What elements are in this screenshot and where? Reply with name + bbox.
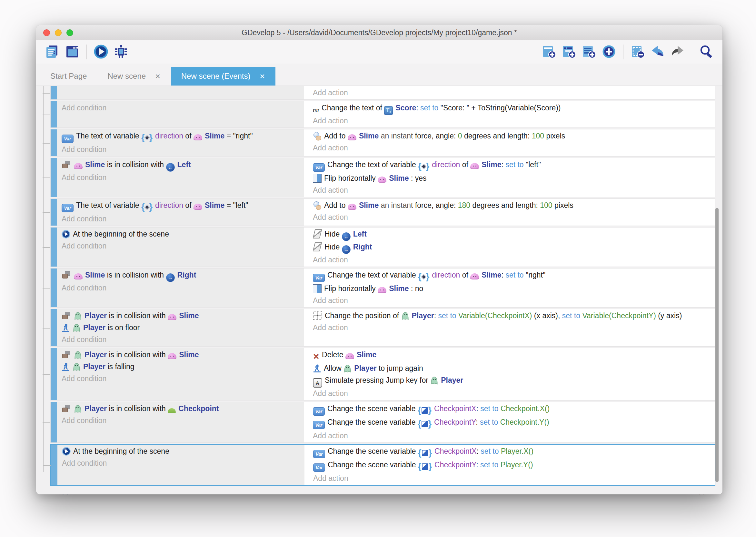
event-row[interactable]: Add conditionChange the text of TxScore:… <box>50 101 715 128</box>
actions-cell[interactable]: Add action <box>309 86 715 100</box>
condition-line[interactable]: Player is in collision with Slime <box>61 349 302 361</box>
condition-line[interactable]: At the beginning of the scene <box>62 445 302 457</box>
add-condition-button[interactable]: Add condition <box>61 172 302 184</box>
conditions-cell[interactable] <box>57 86 304 100</box>
conditions-cell[interactable]: At the beginning of the sceneAdd conditi… <box>57 227 304 267</box>
conditions-cell[interactable]: The text of variable direction of Slime … <box>57 129 304 156</box>
add-action-button[interactable]: Add action <box>313 295 710 307</box>
add-action-button[interactable]: Add action <box>313 87 710 99</box>
zoom-window-button[interactable] <box>66 29 73 36</box>
actions-cell[interactable]: Change the text of variable direction of… <box>309 158 715 197</box>
event-row[interactable]: Player is in collision with SlimePlayer … <box>50 348 715 400</box>
scene-editor-button[interactable] <box>64 44 81 61</box>
conditions-cell[interactable]: Player is in collision with SlimePlayer … <box>57 348 304 400</box>
condition-line[interactable]: Player is falling <box>61 361 302 373</box>
action-line[interactable]: Change the scene variable CheckpointY: s… <box>313 459 710 473</box>
event-row[interactable]: Slime is in collision with LeftAdd condi… <box>50 158 715 197</box>
action-line[interactable]: Change the text of variable direction of… <box>313 269 710 283</box>
tab-new-scene[interactable]: New scene <box>97 67 170 86</box>
add-action-button[interactable]: Add action <box>313 115 710 127</box>
event-row[interactable]: The text of variable direction of Slime … <box>50 129 715 156</box>
conditions-cell[interactable]: The text of variable direction of Slime … <box>57 199 304 226</box>
event-row[interactable]: At the beginning of the sceneAdd conditi… <box>50 444 715 486</box>
add-condition-button[interactable]: Add condition <box>61 144 302 155</box>
event-row[interactable]: Slime is in collision with RightAdd cond… <box>50 268 715 308</box>
add-action-button[interactable]: Add action <box>313 388 710 399</box>
add-condition-button[interactable]: Add condition <box>61 282 302 294</box>
event-row[interactable]: Player is in collision with CheckpointAd… <box>50 402 715 443</box>
add-action-button[interactable]: Add action <box>313 430 710 442</box>
add-action-button[interactable]: Add action <box>313 142 710 154</box>
event-row[interactable]: Add action <box>50 86 715 100</box>
window-titlebar[interactable]: GDevelop 5 - /Users/david/Documents/GDev… <box>36 25 722 40</box>
condition-line[interactable]: Slime is in collision with Right <box>61 269 302 282</box>
action-line[interactable]: Hide Left <box>313 228 710 241</box>
add-action-button[interactable]: Add action <box>313 473 710 484</box>
action-line[interactable]: Delete Slime <box>313 349 710 362</box>
tab-start-page[interactable]: Start Page <box>40 67 97 86</box>
add-circle-button[interactable] <box>601 44 617 61</box>
action-line[interactable]: Flip horizontally Slime : yes <box>313 172 710 184</box>
action-line[interactable]: Change the scene variable CheckpointY: s… <box>313 416 710 430</box>
add-new-event-button[interactable]: Add a new event <box>55 493 110 495</box>
debug-button[interactable] <box>113 44 129 61</box>
close-tab-icon[interactable] <box>155 73 161 80</box>
close-tab-icon[interactable] <box>260 73 265 80</box>
condition-line[interactable]: The text of variable direction of Slime … <box>61 199 302 213</box>
add-subevent-button[interactable] <box>560 44 577 61</box>
add-more-button[interactable]: Add... <box>692 493 711 495</box>
tab-new-scene-events-[interactable]: New scene (Events) <box>171 67 276 86</box>
actions-cell[interactable]: Change the text of TxScore: set to "Scor… <box>309 101 715 128</box>
add-event-button[interactable] <box>541 44 557 61</box>
undo-button[interactable] <box>649 44 666 61</box>
actions-cell[interactable]: Change the scene variable CheckpointX: s… <box>309 402 715 442</box>
actions-cell[interactable]: Add to Slime an instant force, angle: 18… <box>309 199 715 226</box>
project-manager-button[interactable] <box>44 44 61 61</box>
conditions-cell[interactable]: Player is in collision with CheckpointAd… <box>57 402 304 442</box>
minimize-window-button[interactable] <box>55 29 61 36</box>
add-condition-button[interactable]: Add condition <box>61 415 302 427</box>
add-action-button[interactable]: Add action <box>313 322 710 334</box>
actions-cell[interactable]: Add to Slime an instant force, angle: 0 … <box>309 129 715 156</box>
conditions-cell[interactable]: Slime is in collision with LeftAdd condi… <box>57 158 304 197</box>
action-line[interactable]: Add to Slime an instant force, angle: 18… <box>313 199 710 211</box>
conditions-cell[interactable]: Slime is in collision with RightAdd cond… <box>57 268 304 307</box>
search-button[interactable] <box>698 44 715 61</box>
delete-event-button[interactable] <box>629 44 646 61</box>
actions-cell[interactable]: Hide LeftHide RightAdd action <box>309 227 715 267</box>
condition-line[interactable]: Player is on floor <box>61 322 302 334</box>
vertical-scrollbar[interactable] <box>715 208 719 482</box>
event-row[interactable]: At the beginning of the sceneAdd conditi… <box>50 227 715 267</box>
add-condition-button[interactable]: Add condition <box>62 457 302 469</box>
actions-cell[interactable]: Change the position of Player: set to Va… <box>309 309 715 346</box>
action-line[interactable]: Change the position of Player: set to Va… <box>313 310 710 322</box>
action-line[interactable]: Change the text of TxScore: set to "Scor… <box>313 102 710 115</box>
redo-button[interactable] <box>669 44 686 61</box>
action-line[interactable]: Add to Slime an instant force, angle: 0 … <box>313 130 710 142</box>
action-line[interactable]: Simulate pressing Jump key for Player <box>313 374 710 388</box>
conditions-cell[interactable]: Add condition <box>57 101 304 128</box>
add-condition-button[interactable]: Add condition <box>61 240 302 252</box>
action-line[interactable]: Change the text of variable direction of… <box>313 159 710 172</box>
actions-cell[interactable]: Change the scene variable CheckpointX: s… <box>309 445 715 485</box>
close-window-button[interactable] <box>43 29 50 36</box>
condition-line[interactable]: The text of variable direction of Slime … <box>61 130 302 144</box>
actions-cell[interactable]: Change the text of variable direction of… <box>309 268 715 307</box>
add-condition-button[interactable]: Add condition <box>61 102 302 114</box>
action-line[interactable]: Change the scene variable CheckpointX: s… <box>313 445 710 459</box>
condition-line[interactable]: Player is in collision with Checkpoint <box>61 403 302 415</box>
event-row[interactable]: Player is in collision with SlimePlayer … <box>50 309 715 347</box>
play-button[interactable] <box>93 44 109 61</box>
action-line[interactable]: Change the scene variable CheckpointX: s… <box>313 403 710 416</box>
add-condition-button[interactable]: Add condition <box>61 373 302 385</box>
condition-line[interactable]: Slime is in collision with Left <box>61 159 302 172</box>
add-condition-button[interactable]: Add condition <box>61 213 302 225</box>
action-line[interactable]: Flip horizontally Slime : no <box>313 283 710 295</box>
add-condition-button[interactable]: Add condition <box>61 334 302 346</box>
condition-line[interactable]: At the beginning of the scene <box>61 228 302 240</box>
add-action-button[interactable]: Add action <box>313 211 710 223</box>
event-row[interactable]: The text of variable direction of Slime … <box>50 198 715 226</box>
add-action-button[interactable]: Add action <box>313 184 710 196</box>
condition-line[interactable]: Player is in collision with Slime <box>61 310 302 322</box>
conditions-cell[interactable]: Player is in collision with SlimePlayer … <box>57 309 304 346</box>
